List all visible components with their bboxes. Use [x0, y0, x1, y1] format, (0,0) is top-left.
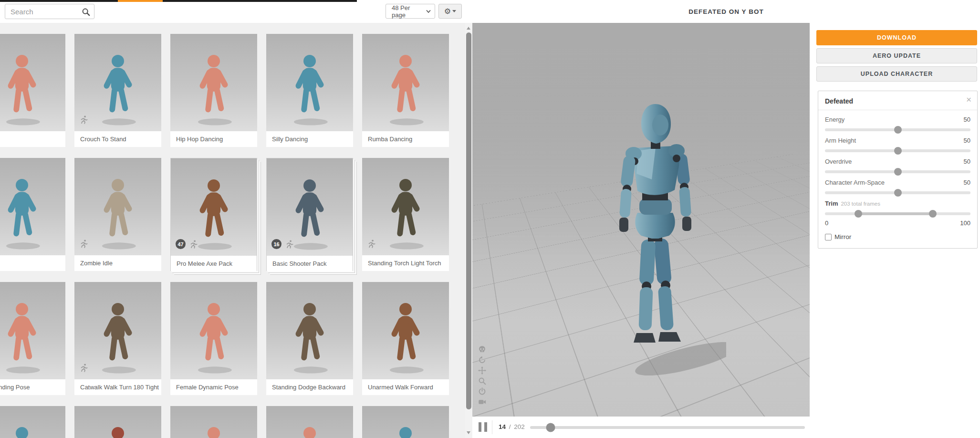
playback-bar: 14 / 202	[472, 417, 810, 438]
top-loading-bar	[0, 0, 357, 2]
search-icon[interactable]	[82, 8, 90, 16]
download-button[interactable]: DOWNLOAD	[816, 30, 977, 45]
animation-card[interactable]: Hip Hop Dancing	[170, 34, 257, 147]
animation-card[interactable]: Zombie Idle	[74, 158, 161, 271]
viewer-header: DEFEATED ON Y BOT	[472, 0, 980, 23]
pan-icon[interactable]	[478, 366, 486, 375]
animation-name: Basic Shooter Pack	[267, 256, 353, 271]
run-animation-icon	[79, 115, 89, 125]
animation-card[interactable]	[266, 406, 353, 438]
energy-slider[interactable]	[825, 128, 970, 131]
animation-name: Silly Dancing	[266, 131, 353, 147]
animation-thumbnail	[74, 34, 161, 131]
pause-button[interactable]	[479, 422, 487, 432]
animation-name: Female Dynamic Pose	[170, 379, 257, 395]
animation-grid-area: gCrouch To StandHip Hop DancingSilly Dan…	[0, 23, 465, 438]
animation-card[interactable]: Silly Dancing	[266, 34, 353, 147]
scroll-down-arrow-icon[interactable]	[467, 431, 470, 434]
animation-pack-card[interactable]: 16Basic Shooter Pack	[266, 158, 353, 271]
animation-card[interactable]: Jump	[0, 158, 65, 271]
reset-icon[interactable]	[478, 387, 486, 396]
run-animation-icon	[79, 363, 89, 373]
upload-character-button[interactable]: UPLOAD CHARACTER	[816, 66, 977, 82]
animation-card[interactable]: Standing Torch Light Torch	[362, 158, 449, 271]
animation-thumbnail	[170, 406, 257, 438]
animation-card[interactable]: Female Dynamic Pose	[170, 282, 257, 395]
animation-card[interactable]: Standing Dodge Backward	[266, 282, 353, 395]
trim-max-label: 100	[960, 219, 970, 227]
orbit-icon[interactable]	[478, 356, 486, 364]
animation-name: Hip Hop Dancing	[170, 131, 257, 147]
animation-name: Standing Dodge Backward	[266, 379, 353, 395]
animation-card[interactable]: Catwalk Walk Turn 180 Tight	[74, 282, 161, 395]
timeline-thumb[interactable]	[546, 423, 555, 432]
character-figure	[0, 298, 50, 377]
run-animation-icon	[79, 239, 89, 249]
slider-label: Character Arm-Space	[825, 179, 885, 187]
animation-card[interactable]	[74, 406, 161, 438]
slider-value: 50	[964, 116, 970, 124]
character-face-icon[interactable]	[478, 345, 486, 354]
trim-min-max: 0 100	[818, 215, 977, 227]
character-figure	[281, 298, 338, 377]
animation-thumbnail	[0, 34, 65, 131]
animation-name: Crouch To Stand	[74, 131, 161, 147]
panel-header: Defeated ×	[818, 91, 977, 110]
mirror-option[interactable]: Mirror	[818, 227, 977, 240]
animation-thumbnail	[0, 282, 65, 379]
animation-thumbnail	[266, 406, 353, 438]
animation-card[interactable]: Rumba Dancing	[362, 34, 449, 147]
animation-card[interactable]	[362, 406, 449, 438]
animation-card[interactable]: Unarmed Walk Forward	[362, 282, 449, 395]
arm-height-slider[interactable]	[825, 149, 970, 152]
animation-name: Standing Torch Light Torch	[362, 255, 449, 271]
zoom-icon[interactable]	[478, 377, 486, 385]
animation-thumbnail	[0, 158, 65, 255]
animation-card[interactable]: e Standing Pose	[0, 282, 65, 395]
aero-update-button[interactable]: AERO UPDATE	[816, 48, 977, 63]
animation-library-pane: 48 Per page ⚙ gCrouch To StandHip Hop Da…	[0, 0, 472, 438]
slider-thumb[interactable]	[894, 126, 902, 134]
per-page-select[interactable]: 48 Per page	[386, 4, 435, 19]
close-icon[interactable]: ×	[966, 95, 971, 104]
animation-name: Catwalk Walk Turn 180 Tight	[74, 379, 161, 395]
slider-thumb[interactable]	[894, 168, 902, 176]
animation-card[interactable]	[0, 406, 65, 438]
preview-region: DEFEATED ON Y BOT	[472, 0, 980, 438]
timeline-slider[interactable]	[530, 426, 805, 429]
scrollbar-thumb[interactable]	[466, 32, 471, 409]
run-animation-icon	[367, 239, 376, 249]
character-arm-space-slider[interactable]	[825, 191, 970, 194]
scroll-up-arrow-icon[interactable]	[467, 27, 470, 30]
animation-thumbnail: 16	[267, 158, 353, 256]
animation-thumbnail	[74, 158, 161, 255]
character-figure	[90, 174, 146, 253]
trim-end-handle[interactable]	[929, 210, 937, 218]
slider-thumb[interactable]	[894, 147, 902, 155]
trim-selected-range	[858, 212, 933, 215]
search-box	[5, 4, 94, 19]
animation-pack-card[interactable]: 47Pro Melee Axe Pack	[170, 158, 257, 271]
mirror-label: Mirror	[834, 233, 851, 240]
mirror-checkbox[interactable]	[825, 234, 832, 240]
settings-gear-button[interactable]: ⚙	[438, 4, 462, 19]
character-figure	[90, 298, 146, 377]
trim-min-label: 0	[825, 219, 828, 227]
slider-thumb[interactable]	[894, 189, 902, 197]
animation-name: Unarmed Walk Forward	[362, 379, 449, 395]
animation-name: Rumba Dancing	[362, 131, 449, 147]
library-scrollbar[interactable]	[465, 23, 472, 438]
slider-label: Arm Height	[825, 137, 856, 145]
viewport-3d[interactable]: 14 / 202	[472, 23, 810, 438]
animation-card[interactable]: Crouch To Stand	[74, 34, 161, 147]
search-input[interactable]	[5, 4, 80, 19]
slider-group-overdrive: Overdrive 50	[818, 152, 977, 173]
app-root: 48 Per page ⚙ gCrouch To StandHip Hop Da…	[0, 0, 980, 438]
animation-card[interactable]: g	[0, 34, 65, 147]
animation-card[interactable]	[170, 406, 257, 438]
overdrive-slider[interactable]	[825, 170, 970, 173]
trim-range-slider[interactable]	[825, 212, 970, 215]
animation-thumbnail: 47	[171, 158, 257, 256]
trim-start-handle[interactable]	[855, 210, 862, 218]
camera-icon[interactable]	[478, 398, 486, 406]
